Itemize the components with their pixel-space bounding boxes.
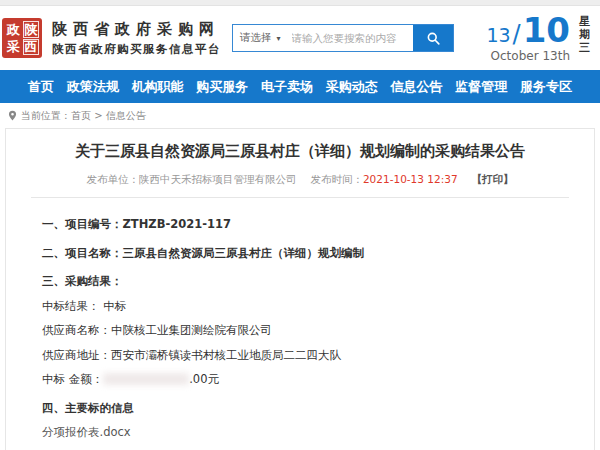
publisher: 发布单位：陕西中天禾招标项目管理有限公司	[86, 173, 296, 185]
search-box: 请选择 ▾	[232, 24, 454, 52]
publish-time-label: 发布时间：	[310, 173, 363, 185]
breadcrumb-text[interactable]: 当前位置：首页 > 信息公告	[21, 109, 146, 123]
search-category-select[interactable]: 请选择 ▾	[233, 25, 288, 51]
site-logo[interactable]: 政 陕 采 西	[2, 18, 42, 58]
nav-item-e-mall[interactable]: 电子卖场	[261, 78, 313, 96]
nav-item-home[interactable]: 首页	[28, 78, 54, 96]
line-bid-result: 中标结果： 中标	[42, 299, 564, 315]
site-title: 陕西省政府采购网 陕西省政府购买服务信息平台	[52, 20, 221, 57]
line-supplier-name: 供应商名称：中陕核工业集团测绘院有限公司	[42, 323, 564, 339]
line-supplier-address: 供应商地址：西安市灞桥镇读书村核工业地质局二二四大队	[42, 348, 564, 364]
line-project-no: 一、项目编号：ZTHZB-2021-117	[42, 217, 564, 233]
search-icon	[426, 31, 441, 46]
line-target-heading: 四、主要标的信息	[42, 401, 564, 417]
location-pin-icon	[8, 110, 17, 121]
logo-char: 陕	[23, 21, 40, 38]
nav-item-policy[interactable]: 政策法规	[67, 78, 119, 96]
date-numeric: 13/10	[486, 13, 570, 47]
nav-item-org-functions[interactable]: 机构职能	[132, 78, 184, 96]
site-subtitle: 陕西省政府购买服务信息平台	[52, 42, 221, 57]
main-nav: 首页 政策法规 机构职能 购买服务 电子卖场 采购动态 信息公告 监督管理 服务…	[0, 70, 600, 103]
logo-char: 政	[5, 21, 22, 38]
site-name: 陕西省政府采购网	[52, 20, 221, 39]
search-select-label: 请选择	[240, 31, 272, 45]
date-block: 13/10 October 13th 星 期 三	[486, 13, 592, 63]
logo-char: 采	[5, 39, 22, 56]
search-input[interactable]	[288, 25, 413, 51]
article-body: 一、项目编号：ZTHZB-2021-117 二、项目名称：三原县自然资源局三原县…	[6, 198, 594, 450]
date-english: October 13th	[486, 49, 570, 63]
logo-char: 西	[23, 39, 40, 56]
attachment-link[interactable]: 分项报价表.docx	[42, 425, 131, 439]
print-button[interactable]: 【打印】	[472, 173, 514, 185]
nav-item-info-notice[interactable]: 信息公告	[391, 78, 443, 96]
nav-item-purchase-service[interactable]: 购买服务	[196, 78, 248, 96]
article-title: 关于三原县自然资源局三原县村庄（详细）规划编制的采购结果公告	[6, 142, 594, 161]
line-bid-amount: 中标 金额：.00元	[42, 372, 564, 388]
line-result-heading: 三、采购结果：	[42, 274, 564, 290]
weekday-vertical: 星 期 三	[579, 15, 590, 54]
nav-item-supervision[interactable]: 监督管理	[455, 78, 507, 96]
nav-item-procurement-news[interactable]: 采购动态	[326, 78, 378, 96]
line-project-name: 二、项目名称：三原县自然资源局三原县村庄（详细）规划编制	[42, 246, 564, 262]
nav-item-service-zone[interactable]: 服务专区	[520, 78, 572, 96]
article-meta: 发布单位：陕西中天禾招标项目管理有限公司发布时间：2021-10-13 12:3…	[6, 173, 594, 187]
caret-down-icon: ▾	[277, 34, 281, 43]
search-button[interactable]	[413, 25, 453, 51]
breadcrumb: 当前位置：首页 > 信息公告	[0, 103, 600, 128]
article-card: 关于三原县自然资源局三原县村庄（详细）规划编制的采购结果公告 发布单位：陕西中天…	[5, 128, 595, 450]
redacted-amount	[103, 373, 189, 385]
site-header: 政 陕 采 西 陕西省政府采购网 陕西省政府购买服务信息平台 请选择 ▾ 13/…	[0, 6, 600, 70]
publish-time: 2021-10-13 12:37	[363, 173, 458, 185]
